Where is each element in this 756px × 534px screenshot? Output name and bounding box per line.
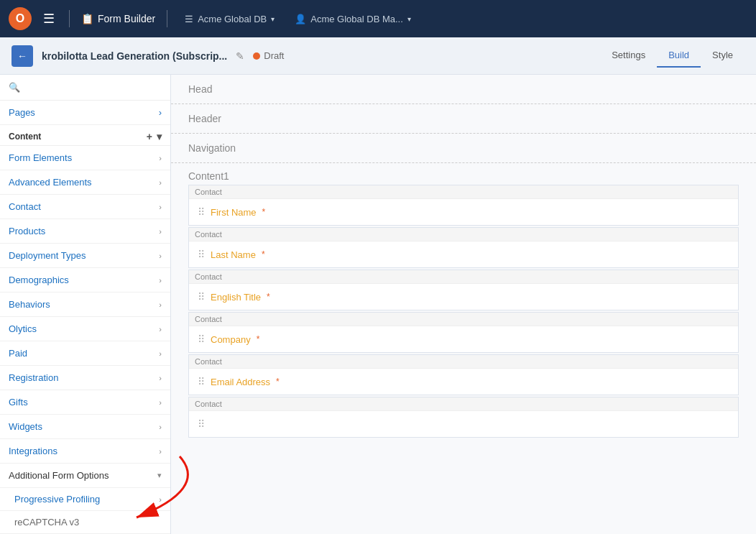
draft-status: Draft [253,50,284,61]
field-row-contact-last: ⠿ [189,411,738,437]
pages-chevron-icon: › [159,107,162,118]
sidebar-search-bar[interactable]: 🔍 [0,75,170,101]
head-label: Head [188,83,212,95]
sidebar-item-pages[interactable]: Pages › [0,101,170,125]
sidebar-item-olytics[interactable]: Olytics › [0,317,170,341]
field-tag-last-name: Contact [189,228,738,241]
back-button[interactable]: ← [11,45,33,67]
sidebar-item-widgets[interactable]: Widgets › [0,415,170,439]
db2-dropdown[interactable]: 👤 Acme Global DB Ma... ▾ [289,11,417,27]
field-name-last-name: Last Name [211,249,256,260]
field-row-english-title: ⠿ English Title * [189,284,738,310]
advanced-elements-chevron-icon: › [159,178,162,187]
field-name-first-name: First Name [211,207,257,218]
gifts-chevron-icon: › [159,398,162,407]
sidebar-item-paid[interactable]: Paid › [0,341,170,366]
field-row-first-name: ⠿ First Name * [189,199,738,225]
sidebar-item-products[interactable]: Products › [0,219,170,244]
field-name-company: Company [211,334,251,345]
required-indicator-english-title: * [267,292,270,302]
olytics-chevron-icon: › [159,325,162,333]
deployment-types-chevron-icon: › [159,252,162,260]
drag-handle-contact-last[interactable]: ⠿ [198,418,205,430]
field-row-email-address: ⠿ Email Address * [189,369,738,395]
sidebar-item-registration[interactable]: Registration › [0,366,170,390]
contact-chevron-icon: › [159,203,162,211]
db1-chevron-icon: ▾ [271,15,275,23]
nav-divider-1 [69,10,70,27]
tab-settings[interactable]: Settings [600,44,657,68]
widgets-chevron-icon: › [159,423,162,431]
behaviors-chevron-icon: › [159,300,162,309]
pages-label: Pages [9,107,35,118]
content-area: Head Header Navigation Content1 Contact … [171,75,756,534]
sidebar-item-progressive-profiling[interactable]: Progressive Profiling › [0,488,170,511]
head-section: Head [171,75,756,104]
form-builder-label: 📋 Form Builder [81,13,155,24]
field-group-english-title: Contact ⠿ English Title * [188,270,739,310]
required-indicator-email-address: * [276,377,280,387]
collapse-content-icon[interactable]: ▾ [157,131,162,142]
drag-handle-first-name[interactable]: ⠿ [198,206,205,218]
drag-handle-last-name[interactable]: ⠿ [198,249,205,260]
search-icon: 🔍 [9,82,20,93]
navigation-section: Navigation [171,134,756,163]
hamburger-icon[interactable]: ☰ [40,8,57,29]
sidebar-item-deployment-types[interactable]: Deployment Types › [0,244,170,268]
sidebar-item-gifts[interactable]: Gifts › [0,390,170,415]
sidebar: 🔍 Pages › Content + ▾ Form Elements › Ad… [0,75,171,534]
tab-style[interactable]: Style [701,44,745,68]
additional-form-options-chevron-icon: ▾ [157,471,162,480]
required-indicator-last-name: * [262,249,265,259]
sidebar-item-form-elements[interactable]: Form Elements › [0,146,170,170]
field-group-contact-last: Contact ⠿ [188,397,739,438]
sidebar-item-additional-form-options[interactable]: Additional Form Options ▾ [0,464,170,488]
progressive-profiling-label: Progressive Profiling [14,494,100,505]
add-content-icon[interactable]: + [147,131,152,142]
products-chevron-icon: › [159,227,162,236]
app-logo: O [9,7,32,30]
field-group-email-address: Contact ⠿ Email Address * [188,354,739,395]
sidebar-item-advanced-elements[interactable]: Advanced Elements › [0,170,170,195]
db1-dropdown[interactable]: ☰ Acme Global DB ▾ [179,11,280,27]
field-tag-first-name: Contact [189,185,738,199]
form-elements-chevron-icon: › [159,154,162,162]
progressive-profiling-chevron-icon: › [159,495,162,504]
status-text: Draft [264,50,284,61]
content1-label: Content1 [188,170,229,182]
content-label: Content [9,132,41,142]
field-name-english-title: English Title [211,292,261,303]
drag-handle-company[interactable]: ⠿ [198,333,205,345]
sidebar-item-demographics[interactable]: Demographics › [0,268,170,293]
db2-icon: 👤 [295,14,306,24]
drag-handle-email-address[interactable]: ⠿ [198,376,205,387]
edit-title-icon[interactable]: ✎ [236,50,244,62]
field-group-last-name: Contact ⠿ Last Name * [188,227,739,268]
field-name-email-address: Email Address [211,377,270,387]
field-tag-company: Contact [189,313,738,326]
sidebar-item-behaviors[interactable]: Behaviors › [0,293,170,317]
nav-tabs: Settings Build Style [600,44,745,68]
demographics-chevron-icon: › [159,276,162,285]
sidebar-item-integrations[interactable]: Integrations › [0,439,170,464]
sidebar-item-contact[interactable]: Contact › [0,195,170,219]
nav-divider-2 [167,10,167,27]
main-layout: 🔍 Pages › Content + ▾ Form Elements › Ad… [0,75,756,534]
status-dot [253,52,260,60]
drag-handle-english-title[interactable]: ⠿ [198,291,205,303]
sidebar-item-recaptcha-inactive[interactable]: reCAPTCHA v3 [0,511,170,534]
field-group-first-name: Contact ⠿ First Name * [188,185,739,226]
form-fields-container: Contact ⠿ First Name * Contact ⠿ Last Na… [188,185,739,438]
paid-chevron-icon: › [159,349,162,358]
field-row-company: ⠿ Company * [189,326,738,352]
db2-chevron-icon: ▾ [407,15,411,23]
header-section: Header [171,104,756,134]
tab-build[interactable]: Build [657,44,701,68]
content-section-header: Content + ▾ [0,125,170,146]
content1-section: Content1 [171,163,756,185]
db1-icon: ☰ [185,14,193,24]
navigation-label: Navigation [188,142,236,154]
integrations-chevron-icon: › [159,447,162,456]
field-tag-contact-last: Contact [189,397,738,411]
field-group-company: Contact ⠿ Company * [188,312,739,353]
